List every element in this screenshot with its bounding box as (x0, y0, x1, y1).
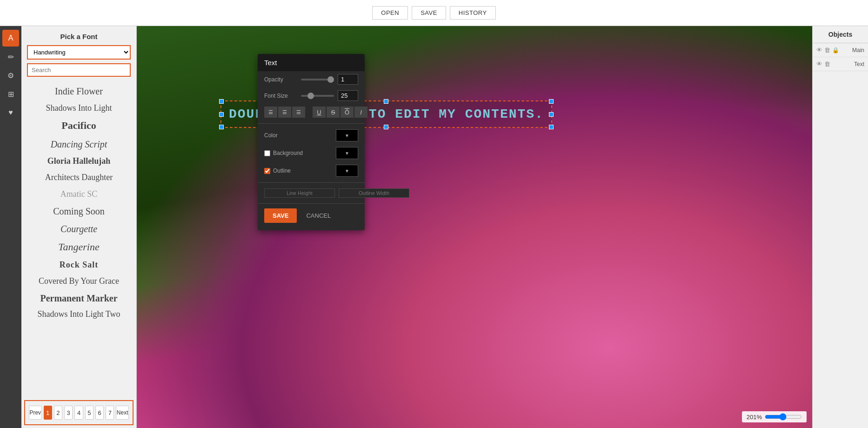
save-button[interactable]: SAVE (412, 6, 446, 20)
align-center-button[interactable]: ☰ (278, 107, 291, 118)
line-outline-row (258, 186, 365, 201)
underline-button[interactable]: U (313, 107, 326, 118)
font-search-input[interactable] (27, 63, 131, 77)
font-item-shadows-into-light-two[interactable]: Shadows Into Light Two (21, 307, 136, 322)
background-label: Background (273, 150, 303, 156)
main-delete-icon[interactable]: 🗑 (824, 47, 830, 54)
resize-handle-tm[interactable] (384, 99, 388, 104)
resize-handle-tl[interactable] (219, 99, 224, 104)
object-row-text[interactable]: 👁 🗑 🔒 Text (813, 57, 868, 71)
format-buttons: U S Ō I (313, 107, 367, 118)
font-item-amatic-sc[interactable]: Amatic SC (21, 186, 136, 202)
outline-dropdown-arrow: ▼ (345, 168, 349, 174)
color-label: Color (264, 132, 332, 139)
font-item-tangerine[interactable]: Tangerine (21, 238, 136, 257)
page-2-button[interactable]: 2 (54, 406, 62, 420)
text-dialog: Text Opacity 1 Font Size 25 ☰ (258, 54, 365, 230)
opacity-label: Opacity (264, 76, 297, 83)
font-size-slider-thumb[interactable] (307, 93, 314, 99)
font-item-courgette[interactable]: Courgette (21, 220, 136, 238)
outline-width-input[interactable] (339, 188, 409, 198)
top-bar: OPEN SAVE HISTORY (0, 0, 868, 26)
icon-toolbar: A ✏ ⚙ ⊞ ♥ (0, 26, 21, 428)
opacity-slider-thumb[interactable] (327, 76, 334, 83)
background-checkbox-label: Background (264, 150, 303, 156)
font-item-gloria-hallelujah[interactable]: Gloria Hallelujah (21, 153, 136, 169)
opacity-slider-track (301, 79, 334, 80)
font-pagination: Prev 1 2 3 4 5 6 7 Next (24, 400, 134, 425)
font-size-slider-track (301, 95, 334, 97)
text-save-button[interactable]: SAVE (264, 208, 297, 223)
strikethrough-button[interactable]: S (327, 107, 340, 118)
zoom-slider[interactable] (765, 413, 802, 421)
page-1-button[interactable]: 1 (44, 406, 52, 420)
resize-handle-ml[interactable] (219, 112, 224, 117)
text-lock-icon[interactable]: 🔒 (832, 61, 839, 67)
background-color-swatch[interactable]: ▼ (336, 147, 358, 159)
main-layout: A ✏ ⚙ ⊞ ♥ Pick a Font Handwriting Indie … (0, 26, 868, 428)
brush-tool-icon[interactable]: ✏ (2, 48, 19, 65)
opacity-input[interactable]: 1 (338, 74, 358, 85)
font-panel-title: Pick a Font (21, 26, 136, 45)
font-item-permanent-marker[interactable]: Permanent Marker (21, 290, 136, 307)
line-height-input[interactable] (264, 188, 335, 198)
font-item-coming-soon[interactable]: Coming Soon (21, 202, 136, 220)
layout-tool-icon[interactable]: ⊞ (2, 86, 19, 102)
history-button[interactable]: HISTORY (450, 6, 496, 20)
font-item-rock-salt[interactable]: Rock Salt (21, 257, 136, 273)
outline-checkbox[interactable] (264, 168, 270, 174)
font-list: Indie FlowerShadows Into LightPacificoDa… (21, 80, 136, 397)
font-item-shadows-into-light[interactable]: Shadows Into Light (21, 100, 136, 116)
font-item-dancing-script[interactable]: Dancing Script (21, 135, 136, 153)
page-4-button[interactable]: 4 (74, 406, 83, 420)
color-dropdown-arrow: ▼ (345, 133, 349, 138)
color-swatch[interactable]: ▼ (336, 129, 358, 141)
text-object-name: Text (841, 61, 864, 67)
background-checkbox[interactable] (264, 150, 270, 156)
text-visible-icon[interactable]: 👁 (816, 60, 822, 67)
overline-button[interactable]: Ō (341, 107, 354, 118)
open-button[interactable]: OPEN (372, 6, 408, 20)
next-page-button[interactable]: Next (116, 406, 129, 420)
resize-handle-bm[interactable] (384, 125, 388, 129)
align-right-button[interactable]: ☰ (292, 107, 305, 118)
align-format-row: ☰ ☰ ☰ U S Ō I (258, 104, 365, 120)
heart-tool-icon[interactable]: ♥ (2, 104, 19, 121)
text-cancel-button[interactable]: CANCEL (300, 208, 336, 223)
outline-color-swatch[interactable]: ▼ (336, 165, 358, 177)
font-item-architects-daughter[interactable]: Architects Daughter (21, 169, 136, 186)
settings-tool-icon[interactable]: ⚙ (2, 67, 19, 84)
page-7-button[interactable]: 7 (106, 406, 114, 420)
font-item-indie-flower[interactable]: Indie Flower (21, 82, 136, 100)
resize-handle-tr[interactable] (549, 99, 554, 104)
page-3-button[interactable]: 3 (64, 406, 73, 420)
main-visible-icon[interactable]: 👁 (816, 47, 822, 54)
prev-page-button[interactable]: Prev (29, 406, 42, 420)
color-row: Color ▼ (258, 127, 365, 144)
align-buttons: ☰ ☰ ☰ (264, 107, 305, 118)
background-row: Background ▼ (258, 144, 365, 162)
text-delete-icon[interactable]: 🗑 (824, 60, 830, 67)
text-dialog-title: Text (258, 54, 365, 71)
font-size-input[interactable]: 25 (338, 90, 358, 101)
page-5-button[interactable]: 5 (85, 406, 93, 420)
resize-handle-mr[interactable] (549, 112, 554, 117)
align-left-button[interactable]: ☰ (264, 107, 277, 118)
font-item-pacifico[interactable]: Pacifico (21, 116, 136, 135)
objects-panel: Objects 👁 🗑 🔒 Main 👁 🗑 🔒 Text (812, 26, 868, 428)
object-row-main[interactable]: 👁 🗑 🔒 Main (813, 43, 868, 57)
font-category-select[interactable]: Handwriting (27, 45, 131, 60)
font-panel: Pick a Font Handwriting Indie FlowerShad… (21, 26, 137, 428)
resize-handle-br[interactable] (549, 125, 554, 129)
outline-label: Outline (273, 167, 291, 174)
resize-handle-bl[interactable] (219, 125, 224, 129)
font-item-covered-by-your-grace[interactable]: Covered By Your Grace (21, 273, 136, 289)
main-lock-icon[interactable]: 🔒 (832, 47, 839, 54)
text-tool-icon[interactable]: A (2, 30, 19, 47)
dialog-buttons: SAVE CANCEL (258, 207, 365, 223)
italic-button[interactable]: I (354, 107, 367, 118)
page-6-button[interactable]: 6 (95, 406, 104, 420)
canvas-background (137, 26, 812, 428)
objects-panel-title: Objects (813, 26, 868, 43)
zoom-bar: 201% (742, 411, 807, 422)
